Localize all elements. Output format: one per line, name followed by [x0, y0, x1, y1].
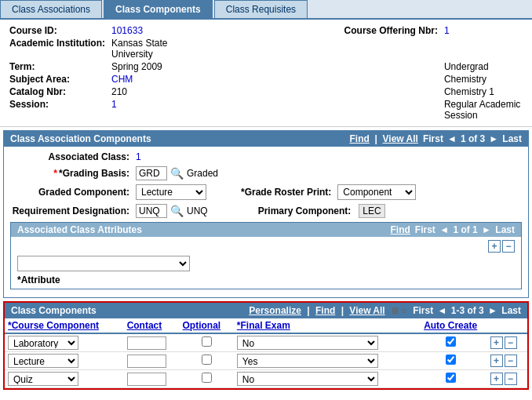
grading-basis-search-icon[interactable]: 🔍 [170, 167, 184, 180]
cell-final-exam: NoYes [234, 370, 414, 388]
optional-checkbox[interactable] [202, 336, 212, 347]
cell-course-component: LaboratoryLectureQuiz [5, 370, 124, 388]
cell-row-buttons: + − [487, 370, 527, 388]
cell-optional [180, 370, 234, 388]
comp-personalize-link[interactable]: Personalize [249, 305, 301, 316]
primary-component-label: Primary Component: [258, 205, 352, 216]
grading-basis-value: 🔍 Graded [136, 166, 218, 180]
attr-nav-info: First ◄ 1 of 1 ► Last [415, 224, 515, 235]
cell-contact [124, 370, 180, 388]
attr-nav-first[interactable]: First [415, 224, 435, 235]
comp-find-link[interactable]: Find [315, 305, 335, 316]
tab-bar: Class Associations Class Components Clas… [0, 0, 532, 20]
attr-section: Associated Class Attributes Find First ◄… [10, 222, 522, 289]
attr-find-link[interactable]: Find [390, 224, 410, 235]
auto-create-checkbox[interactable] [446, 336, 456, 347]
comp-nav-last[interactable]: Last [501, 305, 521, 316]
graded-component-value: Lecture *Grade Roster Print: Component [136, 184, 522, 200]
catalog-value: 210 [108, 85, 185, 98]
attr-section-header: Associated Class Attributes Find First ◄… [11, 223, 521, 237]
primary-component-value: LEC [359, 204, 384, 218]
attr-nav-prev[interactable]: ◄ [438, 224, 450, 235]
assoc-nav-next[interactable]: ► [487, 133, 500, 144]
assoc-class-value-container: 1 [136, 151, 141, 162]
grading-basis-row: *Grading Basis: 🔍 Graded [10, 166, 522, 180]
course-info-section: Course ID: 101633 Course Offering Nbr: 1… [0, 20, 532, 127]
subject-label: Subject Area: [6, 73, 108, 85]
final-exam-select[interactable]: NoYes [237, 354, 378, 368]
req-desig-input[interactable] [136, 204, 167, 218]
contact-input[interactable] [127, 336, 166, 350]
assoc-find-link[interactable]: Find [350, 133, 370, 144]
row-add-button[interactable]: + [490, 355, 503, 367]
course-offering-label: Course Offering Nbr: [341, 24, 441, 37]
course-offering-value: 1 [441, 24, 526, 37]
req-desig-row: Requirement Designation: 🔍 UNQ Primary C… [10, 204, 522, 218]
comp-nav-info: First ◄ 1-3 of 3 ► Last [413, 305, 521, 316]
comp-nav-current: 1-3 of 3 [451, 305, 484, 316]
comp-icon-list[interactable]: ≡ [402, 306, 406, 315]
comp-view-all-link[interactable]: View All [349, 305, 384, 316]
catalog-label: Catalog Nbr: [6, 85, 108, 98]
comp-nav-first[interactable]: First [413, 305, 433, 316]
row-add-button[interactable]: + [490, 373, 503, 385]
graded-component-label: Graded Component: [10, 187, 136, 198]
col-final-exam[interactable]: *Final Exam [234, 318, 414, 333]
contact-input[interactable] [127, 373, 166, 386]
assoc-body: Associated Class: 1 *Grading Basis: 🔍 Gr… [4, 147, 528, 297]
assoc-nav-last[interactable]: Last [502, 133, 522, 144]
row-remove-button[interactable]: − [505, 336, 517, 349]
term-label: Term: [6, 60, 108, 73]
course-component-select[interactable]: LaboratoryLectureQuiz [8, 372, 78, 386]
assoc-nav-links: Find | View All [350, 133, 418, 144]
attr-attribute-label: *Attribute [17, 275, 60, 285]
grade-roster-label: *Grade Roster Print: [241, 187, 331, 198]
assoc-nav-first[interactable]: First [423, 133, 443, 144]
col-optional[interactable]: Optional [180, 318, 234, 333]
table-row: LaboratoryLectureQuizNoYes + − [5, 333, 527, 352]
final-exam-select[interactable]: NoYes [237, 372, 378, 386]
assoc-nav-prev[interactable]: ◄ [446, 133, 458, 144]
session-right-value: Regular Academic Session [441, 98, 526, 122]
optional-checkbox[interactable] [202, 373, 212, 383]
grade-roster-select[interactable]: Component [337, 184, 416, 200]
tab-class-associations[interactable]: Class Associations [0, 0, 102, 18]
row-remove-button[interactable]: − [505, 373, 517, 385]
assoc-nav-current: 1 of 3 [461, 133, 485, 144]
attr-attribute-label-row: *Attribute [17, 271, 515, 285]
final-exam-select[interactable]: NoYes [237, 336, 378, 350]
row-remove-button[interactable]: − [505, 355, 517, 367]
auto-create-checkbox[interactable] [446, 373, 456, 383]
assoc-components-section: Class Association Components Find | View… [3, 130, 529, 298]
cell-course-component: LaboratoryLectureQuiz [5, 352, 124, 370]
graded-component-select[interactable]: Lecture [136, 184, 206, 200]
row-add-button[interactable]: + [490, 336, 503, 349]
comp-nav-prev[interactable]: ◄ [435, 305, 448, 316]
optional-checkbox[interactable] [202, 355, 212, 365]
course-component-select[interactable]: LaboratoryLectureQuiz [8, 354, 78, 368]
attr-nav-next[interactable]: ► [480, 224, 493, 235]
attr-attribute-select[interactable] [17, 256, 190, 271]
col-contact[interactable]: Contact [124, 318, 180, 333]
contact-input[interactable] [127, 355, 166, 368]
cell-row-buttons: + − [487, 333, 527, 352]
req-desig-search-icon[interactable]: 🔍 [170, 205, 184, 217]
col-course-component[interactable]: *Course Component [5, 318, 124, 333]
req-desig-label: Requirement Designation: [10, 205, 136, 216]
attr-add-button[interactable]: + [488, 240, 501, 253]
grading-basis-input[interactable] [136, 166, 167, 180]
tab-class-components[interactable]: Class Components [104, 0, 213, 18]
attr-remove-button[interactable]: − [502, 240, 515, 253]
course-component-select[interactable]: LaboratoryLectureQuiz [8, 336, 78, 350]
tab-class-requisites[interactable]: Class Requisites [214, 0, 308, 18]
auto-create-checkbox[interactable] [446, 355, 456, 365]
assoc-view-all-link[interactable]: View All [383, 133, 418, 144]
col-auto-create[interactable]: Auto Create [414, 318, 487, 333]
institution-label: Academic Institution: [6, 37, 108, 60]
grading-basis-label: *Grading Basis: [10, 168, 136, 179]
comp-section-header: Class Components Personalize | Find | Vi… [5, 303, 527, 318]
comp-icon-grid[interactable]: ⊞ [392, 306, 399, 316]
comp-nav-next[interactable]: ► [486, 305, 499, 316]
cell-course-component: LaboratoryLectureQuiz [5, 333, 124, 352]
attr-nav-last[interactable]: Last [495, 224, 515, 235]
